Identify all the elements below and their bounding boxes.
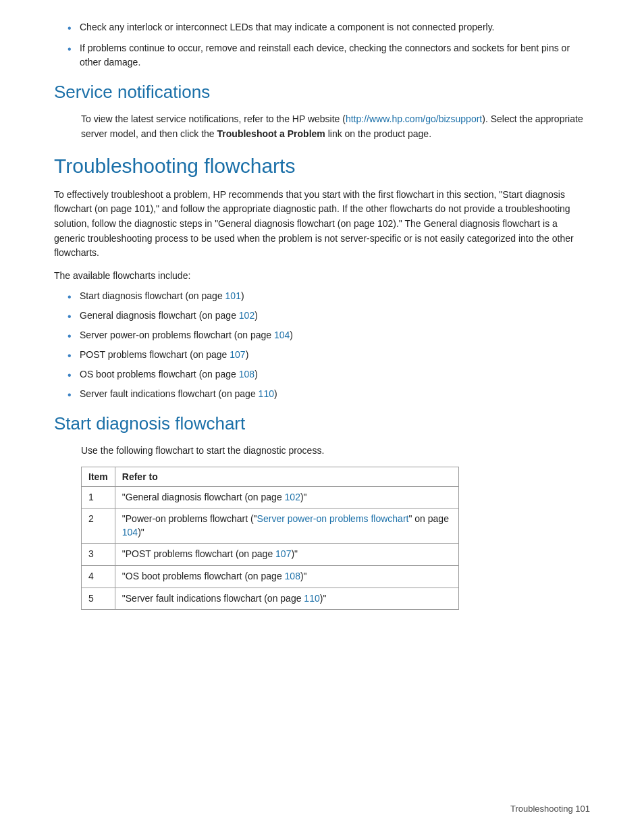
flowchart-item-4: POST problems flowchart (on page 107) [68, 348, 590, 362]
table-link-110[interactable]: 110 [304, 593, 319, 604]
col-header-item: Item [82, 467, 115, 486]
start-diagnosis-intro: Use the following flowchart to start the… [54, 444, 590, 459]
table-header-row: Item Refer to [82, 467, 459, 486]
table-cell-item-2: 2 [82, 509, 115, 544]
flowchart-link-107[interactable]: 107 [230, 349, 245, 360]
table-cell-refer-3: "POST problems flowchart (on page 107)" [115, 544, 458, 566]
flowchart-list: Start diagnosis flowchart (on page 101) … [54, 289, 590, 401]
flowchart-item-5: OS boot problems flowchart (on page 108) [68, 367, 590, 382]
table-cell-item-3: 3 [82, 544, 115, 566]
table-row: 5 "Server fault indications flowchart (o… [82, 588, 459, 610]
table-link-108[interactable]: 108 [285, 571, 300, 581]
start-diagnosis-title: Start diagnosis flowchart [54, 413, 590, 434]
table-row: 3 "POST problems flowchart (on page 107)… [82, 544, 459, 566]
page-footer: Troubleshooting 101 [510, 804, 590, 814]
flowchart-link-104[interactable]: 104 [274, 330, 290, 340]
bullet-item-1: Check any interlock or interconnect LEDs… [68, 20, 590, 34]
table-cell-item-4: 4 [82, 565, 115, 588]
top-bullet-list: Check any interlock or interconnect LEDs… [54, 20, 590, 70]
hp-bizsupport-link[interactable]: http://www.hp.com/go/bizsupport [346, 113, 482, 124]
flowchart-link-108[interactable]: 108 [239, 369, 254, 380]
table-cell-refer-4: "OS boot problems flowchart (on page 108… [115, 565, 458, 588]
table-cell-refer-2: "Power-on problems flowchart ("Server po… [115, 509, 458, 544]
flowchart-link-102[interactable]: 102 [239, 310, 254, 321]
table-cell-item-1: 1 [82, 486, 115, 509]
bullet-item-2: If problems continue to occur, remove an… [68, 41, 590, 70]
table-link-107[interactable]: 107 [275, 548, 291, 559]
table-link-104[interactable]: 104 [122, 527, 138, 538]
troubleshoot-link-label: Troubleshoot a Problem [217, 128, 325, 139]
troubleshooting-intro: To effectively troubleshoot a problem, H… [54, 188, 590, 261]
table-link-server-power-on[interactable]: Server power-on problems flowchart [257, 513, 409, 524]
flowchart-item-1: Start diagnosis flowchart (on page 101) [68, 289, 590, 303]
flowchart-item-3: Server power-on problems flowchart (on p… [68, 328, 590, 342]
service-notifications-title: Service notifications [54, 82, 590, 103]
col-header-refer-to: Refer to [115, 467, 458, 486]
flowchart-link-110[interactable]: 110 [259, 388, 274, 399]
table-container: Item Refer to 1 "General diagnosis flowc… [54, 467, 590, 610]
flowchart-link-101[interactable]: 101 [225, 290, 241, 301]
table-link-102[interactable]: 102 [285, 492, 300, 502]
footer-text: Troubleshooting 101 [510, 804, 590, 814]
table-cell-refer-1: "General diagnosis flowchart (on page 10… [115, 486, 458, 509]
table-cell-refer-5: "Server fault indications flowchart (on … [115, 588, 458, 610]
service-notifications-text-1: To view the latest service notifications… [81, 113, 346, 124]
service-notifications-text-3: link on the product page. [325, 128, 431, 139]
flowchart-item-6: Server fault indications flowchart (on p… [68, 387, 590, 401]
service-notifications-body: To view the latest service notifications… [54, 112, 590, 141]
troubleshooting-flowcharts-title: Troubleshooting flowcharts [54, 154, 590, 178]
table-row: 1 "General diagnosis flowchart (on page … [82, 486, 459, 509]
table-cell-item-5: 5 [82, 588, 115, 610]
page-content: Check any interlock or interconnect LEDs… [0, 0, 644, 664]
flowchart-item-2: General diagnosis flowchart (on page 102… [68, 309, 590, 323]
diagnosis-table: Item Refer to 1 "General diagnosis flowc… [81, 467, 459, 610]
table-row: 4 "OS boot problems flowchart (on page 1… [82, 565, 459, 588]
table-row: 2 "Power-on problems flowchart ("Server … [82, 509, 459, 544]
available-flowcharts-label: The available flowcharts include: [54, 269, 590, 284]
